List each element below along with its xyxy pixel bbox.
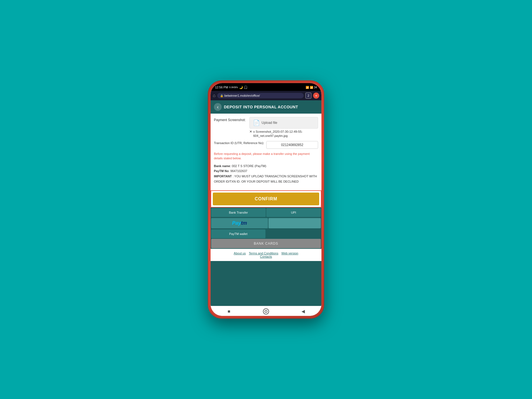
paytm-row: Pay tm [211,218,321,229]
payment-screenshot-row: Payment Screenshot: 📄 Upload file ✕ x Sc… [214,117,318,138]
web-version-link[interactable]: Web version [282,252,298,255]
bank-name-line: Bank name: 002 T S STORE (PayTM) [214,163,318,169]
page-header: ‹ DEPOSIT INTO PERSONAL ACCOUNT [211,100,321,114]
browser-menu-button[interactable]: + [313,93,319,99]
bottom-payment-section: Bank Transfer UPI Pay tm PayTM wallet BA… [211,208,321,306]
bank-cards-button[interactable]: BANK CARDS [211,239,321,248]
transaction-id-input[interactable] [266,141,318,149]
upload-file-button[interactable]: 📄 Upload file [249,117,318,129]
nav-stop-button[interactable]: ■ [226,309,232,314]
phone-device: 12:56 PM 0.0KB/s 🌙 🎧 📶 📶 34 ⌂ 🔒 bet [208,80,324,319]
content-area: ‹ DEPOSIT INTO PERSONAL ACCOUNT Payment … [211,100,321,306]
icons-status: 🌙 🎧 [239,86,248,89]
uploaded-filename: x Screenshot_2020-07-30-12-49-55-604_net… [253,130,318,138]
upi-button[interactable]: UPI [266,208,321,217]
carrier-icon: 📶 [306,86,309,89]
paytm-no-value: 9647102637 [230,169,247,173]
time-display: 12:56 PM [215,86,228,89]
bank-info-section: Bank name: 002 T S STORE (PayTM) PayTM N… [214,163,318,184]
paytm-logo-blue: Pay [232,220,241,226]
battery-display: 34 [314,86,317,89]
wifi-icon: 📶 [310,86,313,89]
browser-bar: ⌂ 🔒 betwinner1.mobi/en/office/ 2 + [211,91,321,100]
upload-icon: 📄 [253,119,260,126]
footer-links: About us Terms and Conditions Web versio… [211,249,321,261]
bank-name-label: Bank name [214,164,230,168]
status-right: 📶 📶 34 [306,86,317,89]
form-area: Payment Screenshot: 📄 Upload file ✕ x Sc… [211,114,321,190]
paytm-logo-cell[interactable]: Pay tm [211,218,268,228]
remove-file-button[interactable]: ✕ [249,130,252,134]
empty-payment-cell [268,218,321,228]
payment-screenshot-label: Payment Screenshot: [214,117,247,122]
paytm-no-label: PayTM No [214,169,229,173]
transaction-id-label: Transaction ID (UTR, Reference No): [214,141,264,145]
phone-inner: 12:56 PM 0.0KB/s 🌙 🎧 📶 📶 34 ⌂ 🔒 bet [211,83,321,316]
tab-count-badge[interactable]: 2 [305,93,311,99]
page-title: DEPOSIT INTO PERSONAL ACCOUNT [224,105,298,109]
nav-back-button[interactable]: ◀ [300,309,306,314]
paytm-no-line: PayTM No: 9647102637 [214,168,318,174]
url-bar[interactable]: 🔒 betwinner1.mobi/en/office/ [217,93,304,98]
bank-name-value: 002 T S STORE (PayTM) [232,164,266,168]
payment-methods-row: Bank Transfer UPI [211,208,321,218]
about-us-link[interactable]: About us [234,252,246,255]
ssl-lock-icon: 🔒 [220,94,223,97]
phone-screen: 12:56 PM 0.0KB/s 🌙 🎧 📶 📶 34 ⌂ 🔒 bet [211,83,321,316]
confirm-section: CONFIRM [211,190,321,208]
contacts-link[interactable]: Contacts [260,255,272,258]
terms-link[interactable]: Terms and Conditions [249,252,278,255]
nav-home-icon [265,310,267,313]
status-left: 12:56 PM 0.0KB/s 🌙 🎧 [215,86,248,89]
important-line: IMPORTANT : YOU MUST UPLOAD TRANSACTION … [214,174,318,184]
browser-home-button[interactable]: ⌂ [213,93,216,98]
bank-transfer-button[interactable]: Bank Transfer [211,208,266,217]
data-speed: 0.0KB/s [229,86,238,89]
back-button[interactable]: ‹ [214,103,222,111]
url-text: betwinner1.mobi/en/office/ [224,94,260,97]
confirm-button[interactable]: CONFIRM [213,193,319,205]
important-label: IMPORTANT [214,175,232,178]
transaction-id-row: Transaction ID (UTR, Reference No): [214,141,318,149]
nav-home-button[interactable] [263,308,269,314]
warning-message: Before requesting a deposit, please make… [214,152,318,161]
nav-bar: ■ ◀ [211,306,321,316]
upload-button-label: Upload file [262,121,277,125]
paytm-logo-dark: tm [241,220,247,226]
camera-notch [255,83,277,89]
paytm-wallet-button[interactable]: PayTM wallet [211,229,265,238]
